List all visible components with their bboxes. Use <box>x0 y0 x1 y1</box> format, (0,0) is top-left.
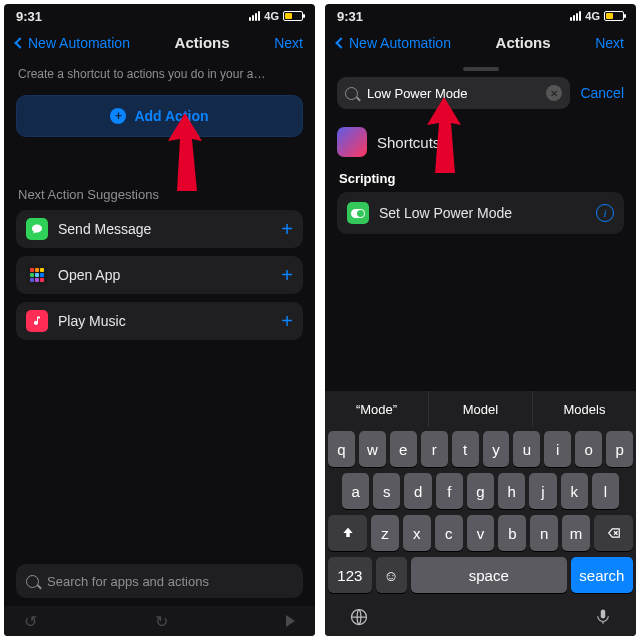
add-action-button[interactable]: + Add Action <box>16 95 303 137</box>
bottom-toolbar: ↺ ↻ <box>4 606 315 636</box>
plus-icon: + <box>281 264 293 287</box>
nav-title: Actions <box>496 34 551 51</box>
suggestion-row[interactable]: Send Message + <box>16 210 303 248</box>
chevron-left-icon <box>335 37 346 48</box>
key-o[interactable]: o <box>575 431 602 467</box>
key-h[interactable]: h <box>498 473 525 509</box>
space-key[interactable]: space <box>411 557 567 593</box>
key-w[interactable]: w <box>359 431 386 467</box>
next-button[interactable]: Next <box>274 35 303 51</box>
emoji-key[interactable]: ☺ <box>376 557 407 593</box>
back-button[interactable]: New Automation <box>337 35 451 51</box>
play-icon[interactable] <box>286 615 295 627</box>
key-t[interactable]: t <box>452 431 479 467</box>
numbers-key[interactable]: 123 <box>328 557 372 593</box>
key-b[interactable]: b <box>498 515 526 551</box>
key-v[interactable]: v <box>467 515 495 551</box>
key-e[interactable]: e <box>390 431 417 467</box>
status-network: 4G <box>264 10 279 22</box>
key-p[interactable]: p <box>606 431 633 467</box>
prediction[interactable]: “Mode” <box>325 391 428 427</box>
info-icon[interactable]: i <box>596 204 614 222</box>
search-field[interactable]: Search for apps and actions <box>16 564 303 598</box>
keyboard-toolbar <box>325 602 636 636</box>
signal-icon <box>249 11 260 21</box>
search-key[interactable]: search <box>571 557 633 593</box>
hint-text: Create a shortcut to actions you do in y… <box>18 67 301 81</box>
nav-title: Actions <box>175 34 230 51</box>
suggestion-label: Send Message <box>58 221 271 237</box>
key-u[interactable]: u <box>513 431 540 467</box>
shortcuts-icon <box>337 127 367 157</box>
battery-icon <box>283 11 303 21</box>
status-bar: 9:31 4G <box>4 4 315 28</box>
prediction[interactable]: Model <box>428 391 532 427</box>
plus-circle-icon: + <box>110 108 126 124</box>
chevron-left-icon <box>14 37 25 48</box>
plus-icon: + <box>281 218 293 241</box>
section-header: Scripting <box>339 171 624 186</box>
suggestions-header: Next Action Suggestions <box>18 187 303 202</box>
action-label: Set Low Power Mode <box>379 205 586 221</box>
action-row[interactable]: Set Low Power Mode i <box>337 192 624 234</box>
suggestion-label: Open App <box>58 267 271 283</box>
suggestion-label: Play Music <box>58 313 271 329</box>
delete-key[interactable] <box>594 515 633 551</box>
redo-icon[interactable]: ↻ <box>155 612 168 631</box>
apps-grid-icon <box>26 264 48 286</box>
svg-rect-3 <box>601 609 606 618</box>
shortcuts-app-row[interactable]: Shortcuts <box>337 127 624 157</box>
key-g[interactable]: g <box>467 473 494 509</box>
plus-icon: + <box>281 310 293 333</box>
clear-icon[interactable]: ✕ <box>546 85 562 101</box>
search-icon <box>345 87 358 100</box>
search-placeholder: Search for apps and actions <box>47 574 209 589</box>
key-c[interactable]: c <box>435 515 463 551</box>
phone-left: 9:31 4G New Automation Actions Next Crea… <box>4 4 315 636</box>
signal-icon <box>570 11 581 21</box>
prediction[interactable]: Models <box>532 391 636 427</box>
suggestion-row[interactable]: Play Music + <box>16 302 303 340</box>
key-l[interactable]: l <box>592 473 619 509</box>
suggestion-row[interactable]: Open App + <box>16 256 303 294</box>
search-input[interactable] <box>365 85 539 102</box>
key-z[interactable]: z <box>371 515 399 551</box>
message-icon <box>26 218 48 240</box>
next-button[interactable]: Next <box>595 35 624 51</box>
mic-icon[interactable] <box>594 607 612 632</box>
key-x[interactable]: x <box>403 515 431 551</box>
key-q[interactable]: q <box>328 431 355 467</box>
add-action-label: Add Action <box>134 108 208 124</box>
key-i[interactable]: i <box>544 431 571 467</box>
status-bar: 9:31 4G <box>325 4 636 28</box>
cancel-button[interactable]: Cancel <box>580 85 624 101</box>
prediction-bar: “Mode” Model Models <box>325 391 636 427</box>
key-a[interactable]: a <box>342 473 369 509</box>
key-r[interactable]: r <box>421 431 448 467</box>
music-icon <box>26 310 48 332</box>
key-k[interactable]: k <box>561 473 588 509</box>
back-button[interactable]: New Automation <box>16 35 130 51</box>
key-f[interactable]: f <box>436 473 463 509</box>
key-y[interactable]: y <box>483 431 510 467</box>
nav-bar: New Automation Actions Next <box>4 28 315 61</box>
shift-key[interactable] <box>328 515 367 551</box>
status-time: 9:31 <box>337 9 363 24</box>
battery-icon <box>604 11 624 21</box>
shortcuts-label: Shortcuts <box>377 134 440 151</box>
key-m[interactable]: m <box>562 515 590 551</box>
search-icon <box>26 575 39 588</box>
globe-icon[interactable] <box>349 607 369 632</box>
status-network: 4G <box>585 10 600 22</box>
toggle-icon <box>347 202 369 224</box>
key-s[interactable]: s <box>373 473 400 509</box>
key-n[interactable]: n <box>530 515 558 551</box>
status-time: 9:31 <box>16 9 42 24</box>
key-j[interactable]: j <box>529 473 556 509</box>
nav-bar: New Automation Actions Next <box>325 28 636 61</box>
keyboard: “Mode” Model Models qwertyuiop asdfghjkl… <box>325 391 636 636</box>
search-field[interactable]: ✕ <box>337 77 570 109</box>
phone-right: 9:31 4G New Automation Actions Next ✕ <box>325 4 636 636</box>
undo-icon[interactable]: ↺ <box>24 612 37 631</box>
key-d[interactable]: d <box>404 473 431 509</box>
